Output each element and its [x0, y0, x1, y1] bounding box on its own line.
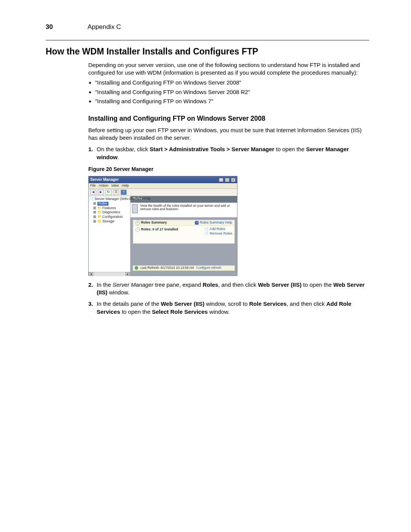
step-number: 1. [88, 145, 97, 161]
tree-item-configuration[interactable]: ⊞ 📁 Configuration [93, 215, 129, 219]
panel-title: ^ Roles Summary [135, 220, 167, 225]
panel-body: ^ Roles: 0 of 17 installed 📄 Add Roles 📄… [133, 226, 234, 243]
scroll-right-icon[interactable]: ► [126, 272, 130, 276]
server-role-icon [132, 204, 138, 213]
help-icon[interactable]: ? [121, 190, 127, 195]
bullet-item: "Installing and Configuring FTP on Windo… [95, 97, 369, 105]
link-text: Add Roles [209, 227, 225, 231]
tree-label: Roles [97, 202, 108, 206]
heading-2: Installing and Configuring FTP on Window… [88, 114, 369, 123]
scroll-left-icon[interactable]: ◄ [89, 272, 93, 276]
window-main-area: 📄 Server Manager (WIN-04M39ZP7YB ⊞ Roles… [89, 196, 237, 276]
tree-item-storage[interactable]: ⊞ 📁 Storage [93, 219, 129, 224]
remove-roles-link[interactable]: 📄 Remove Roles [204, 232, 232, 236]
text: to open the [301, 281, 333, 288]
topic-bullets: "Installing and Configuring FTP on Windo… [88, 79, 369, 105]
link-text: Roles Summary Help [200, 220, 232, 224]
tree-pane[interactable]: 📄 Server Manager (WIN-04M39ZP7YB ⊞ Roles… [89, 196, 131, 276]
tree-item-diagnostics[interactable]: ⊞ 📁 Diagnostics [93, 210, 129, 215]
window-title: Server Manager [90, 177, 119, 182]
roles-banner: View the health of the roles installed o… [131, 203, 237, 217]
maximize-icon[interactable]: □ [225, 178, 229, 182]
status-text: Last Refresh: 8/17/2010 10:13:58 AM [140, 266, 194, 270]
menu-help[interactable]: Help [122, 184, 129, 188]
back-arrow-icon[interactable]: ◄ [90, 190, 96, 195]
tree-label: Storage [102, 219, 115, 223]
server-manager-window: Server Manager _ □ × File Action View He… [88, 176, 237, 276]
properties-icon[interactable]: ☰ [113, 190, 119, 195]
role-actions: 📄 Add Roles 📄 Remove Roles [204, 227, 232, 236]
text: In the [97, 281, 113, 288]
bold-text: Web Server (IIS) [258, 281, 302, 288]
status-ok-icon [135, 266, 138, 270]
tree-label: Diagnostics [102, 210, 120, 214]
menu-bar: File Action View Help [89, 183, 237, 189]
step-3: 3. In the details pane of the Web Server… [88, 300, 369, 316]
bold-text: Role Services [249, 300, 287, 307]
bold-text: Select Role Services [152, 308, 208, 315]
tree-item-features[interactable]: ⊞ 📁 Features [93, 206, 129, 211]
page-header: 30 Appendix C [46, 23, 369, 32]
page-number: 30 [46, 23, 88, 32]
step-text: In the details pane of the Web Server (I… [97, 300, 369, 316]
forward-arrow-icon[interactable]: ► [98, 190, 104, 195]
minimize-icon[interactable]: _ [219, 178, 223, 182]
summary-help-link[interactable]: ? Roles Summary Help [195, 221, 232, 225]
tree-item-roles[interactable]: ⊞ Roles [93, 201, 129, 206]
configure-refresh-link[interactable]: Configure refresh [196, 266, 221, 270]
intro-paragraph: Depending on your server version, use on… [88, 61, 369, 77]
text: tree pane, expand [153, 281, 202, 288]
document-page: 30 Appendix C How the WDM Installer Inst… [0, 0, 411, 532]
toolbar: ◄ ► ↻ ☰ ? [89, 189, 237, 196]
panel-header: ^ Roles Summary ? Roles Summary Help [133, 220, 234, 226]
body-paragraph: Before setting up your own FTP server in… [88, 126, 369, 142]
close-icon[interactable]: × [231, 178, 236, 182]
refresh-icon[interactable]: ↻ [105, 190, 112, 195]
text: In the details pane of the [97, 300, 161, 307]
add-roles-link[interactable]: 📄 Add Roles [204, 227, 232, 231]
figure-caption: Figure 20 Server Manager [88, 166, 369, 173]
link-text: Remove Roles [210, 232, 232, 235]
step-2: 2. In the Server Manager tree pane, expa… [88, 281, 369, 297]
roles-count-text: Roles: 0 of 17 installed [141, 227, 178, 231]
header-rule [46, 40, 369, 40]
horizontal-scrollbar[interactable]: ◄ ► [89, 272, 130, 276]
collapse-icon[interactable]: ^ [135, 220, 140, 225]
heading-1: How the WDM Installer Installs and Confi… [46, 46, 369, 58]
roles-count: ^ Roles: 0 of 17 installed [135, 227, 178, 236]
tree-label: Features [102, 206, 116, 210]
chapter-label: Appendix C [88, 23, 121, 32]
content-pane: Roles View the health of the roles insta… [131, 196, 237, 276]
bullet-item: "Installing and Configuring FTP on Windo… [95, 79, 369, 86]
menu-file[interactable]: File [90, 184, 96, 188]
step-1: 1. On the taskbar, click Start > Adminis… [88, 145, 369, 161]
bold-text: Start > Administrative Tools > Server Ma… [150, 146, 274, 152]
roles-summary-panel: ^ Roles Summary ? Roles Summary Help ^ R… [133, 220, 235, 244]
status-bar: Last Refresh: 8/17/2010 10:13:58 AM Conf… [133, 265, 235, 271]
step-text: On the taskbar, click Start > Administra… [97, 145, 369, 161]
text: window. [208, 308, 230, 315]
menu-action[interactable]: Action [99, 184, 108, 188]
step-number: 3. [88, 300, 97, 316]
text: to open the [120, 308, 152, 315]
summary-title: Roles Summary [141, 220, 167, 224]
bold-text: Web Server (IIS) [161, 300, 204, 307]
help-icon: ? [195, 221, 199, 225]
text: , and then click [218, 281, 258, 288]
tree-root-label: Server Manager (WIN-04M39ZP7YB [95, 197, 151, 201]
step-number: 2. [88, 281, 97, 297]
menu-view[interactable]: View [112, 184, 119, 188]
window-titlebar[interactable]: Server Manager _ □ × [89, 176, 237, 183]
text: , and then click [287, 300, 326, 307]
body-column: Depending on your server version, use on… [88, 61, 369, 316]
tree-label: Configuration [102, 215, 123, 219]
tree-root[interactable]: 📄 Server Manager (WIN-04M39ZP7YB [89, 197, 129, 201]
expand-icon[interactable]: ^ [135, 227, 140, 232]
bullet-item: "Installing and Configuring FTP on Windo… [95, 88, 369, 96]
italic-text: Server Manager [113, 281, 154, 288]
text: On the taskbar, click [97, 146, 150, 152]
bold-text: Roles [203, 281, 218, 288]
banner-text: View the health of the roles installed o… [140, 204, 236, 211]
text: window, scroll to [204, 300, 249, 307]
step-text: In the Server Manager tree pane, expand … [97, 281, 369, 297]
